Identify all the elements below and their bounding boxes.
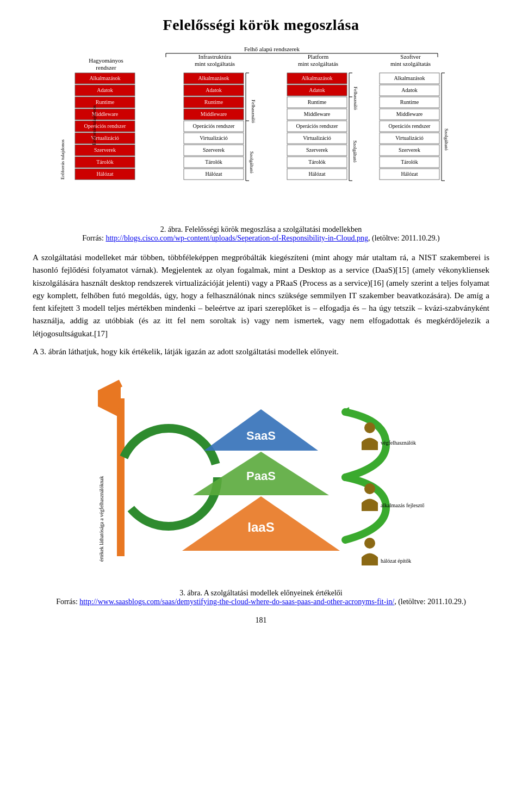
figure3-label: 3. ábra. [179,589,202,597]
saas-paas-iaas-diagram: értékek láthatósága a végfelhasználóknak… [98,371,424,583]
paragraph2: A 3. ábrán láthatjuk, hogy kik értékelik… [33,346,489,358]
svg-text:Szerverek: Szerverek [306,147,328,153]
svg-text:Tárolók: Tárolók [96,159,114,165]
diagram1-svg: Felhő alapú rendszerek Hagyományos rends… [60,44,451,218]
svg-text:végfelhasználók: végfelhasználók [381,440,416,446]
saas-diagram-container: értékek láthatósága a végfelhasználóknak… [33,371,489,583]
svg-text:PaaS: PaaS [246,469,276,483]
svg-text:Tárolók: Tárolók [308,159,326,165]
figure3-caption: 3. ábra. A szolgáltatási modellek előnye… [33,589,489,606]
svg-text:Virtualizáció: Virtualizáció [395,135,424,141]
svg-text:mint szolgáltatás: mint szolgáltatás [390,60,431,67]
svg-text:Middleware: Middleware [201,111,227,117]
svg-text:IaaS: IaaS [247,520,274,534]
svg-text:alkalmazás fejlesztők: alkalmazás fejlesztők [381,502,424,508]
svg-text:Platform: Platform [308,53,329,60]
svg-text:Alkalmazások: Alkalmazások [301,75,332,81]
svg-text:Szoftver: Szoftver [400,53,421,60]
svg-text:Szerverek: Szerverek [203,147,225,153]
svg-text:rendszer: rendszer [96,64,116,71]
svg-point-115 [364,422,375,433]
svg-text:hálózat építők: hálózat építők [381,558,411,564]
svg-text:Runtime: Runtime [96,99,115,105]
svg-text:Alkalmazások: Alkalmazások [198,75,229,81]
figure3-date: , (letöltve: 2011.10.29.) [394,598,466,606]
paragraph1: A szolgáltatási modelleket már többen, t… [33,251,489,340]
svg-text:Virtualizáció: Virtualizáció [303,135,331,141]
svg-text:Adatok: Adatok [309,87,325,93]
figure2-source-prefix: Forrás: [82,234,105,242]
svg-text:Felhasználó: Felhasználó [353,87,358,110]
svg-text:Runtime: Runtime [308,99,327,105]
svg-text:Hálózat: Hálózat [96,171,113,177]
svg-text:Runtime: Runtime [400,99,419,105]
svg-point-117 [364,483,375,494]
svg-text:Szolgáltató: Szolgáltató [249,151,254,174]
svg-text:SaaS: SaaS [246,429,276,442]
svg-text:Operációs rendszer: Operációs rendszer [84,123,127,129]
svg-point-106 [120,428,217,526]
svg-text:Alkalmazások: Alkalmazások [89,75,120,81]
svg-text:Adatok: Adatok [401,87,417,93]
svg-text:Tárolók: Tárolók [401,159,418,165]
svg-text:Operációs rendszer: Operációs rendszer [193,123,235,129]
svg-point-119 [364,538,375,549]
svg-text:Felhasználó: Felhasználó [251,100,256,123]
svg-text:Hálózat: Hálózat [205,171,222,177]
figure2-date: , (letöltve: 2011.10.29.) [368,234,440,242]
figure3-text: A szolgáltatási modellek előnyeinek érté… [202,589,343,597]
page-title: Felelősségi körök megoszlása [33,16,489,34]
svg-text:Alkalmazások: Alkalmazások [394,75,425,81]
figure2-text: Felelősségi körök megoszlása a szolgálta… [183,225,362,233]
svg-text:mint szolgáltatás: mint szolgáltatás [195,60,235,67]
figure2-caption: 2. ábra. Felelősségi körök megoszlása a … [33,225,489,243]
svg-text:Operációs rendszer: Operációs rendszer [296,123,339,129]
svg-text:értékek láthatósága a végfelha: értékek láthatósága a végfelhasználóknak [99,476,104,562]
figure3-url[interactable]: http://www.saasblogs.com/saas/demystifyi… [79,598,394,606]
svg-text:Szolgáltató: Szolgáltató [444,128,449,151]
svg-text:Runtime: Runtime [204,99,223,105]
svg-text:Szerverek: Szerverek [399,147,420,153]
svg-text:Virtualizáció: Virtualizáció [200,135,228,141]
svg-text:Szerverek: Szerverek [94,147,116,153]
svg-text:Hálózat: Hálózat [308,171,325,177]
figure2-url[interactable]: http://blogs.cisco.com/wp-content/upload… [105,234,368,242]
svg-text:Erőforrás tulajdonos: Erőforrás tulajdonos [91,105,97,145]
main-text-block: A szolgáltatási modelleket már többen, t… [33,251,489,358]
page-number: 181 [33,616,489,625]
svg-text:Tárolók: Tárolók [205,159,222,165]
figure3-source-prefix: Forrás: [56,598,79,606]
svg-text:Felhő alapú rendszerek: Felhő alapú rendszerek [244,46,300,52]
svg-text:Hagyományos: Hagyományos [89,57,123,64]
figure2-label: 2. ábra. [160,225,183,233]
svg-text:Infrastruktúra: Infrastruktúra [198,53,232,60]
svg-text:Middleware: Middleware [396,111,423,117]
svg-text:Adatok: Adatok [97,87,113,93]
svg-text:Erőforrás tulajdonos: Erőforrás tulajdonos [60,139,65,180]
svg-text:Hálózat: Hálózat [401,171,418,177]
diagram1-container: Felhő alapú rendszerek Hagyományos rends… [33,44,489,220]
svg-text:mint szolgáltatás: mint szolgáltatás [298,60,338,67]
svg-text:Middleware: Middleware [304,111,331,117]
svg-text:Adatok: Adatok [206,87,221,93]
svg-text:Szolgáltató: Szolgáltató [352,140,358,163]
svg-text:Operációs rendszer: Operációs rendszer [389,123,431,129]
diagram1-svg-wrapper: Felhő alapú rendszerek Hagyományos rends… [60,44,462,220]
